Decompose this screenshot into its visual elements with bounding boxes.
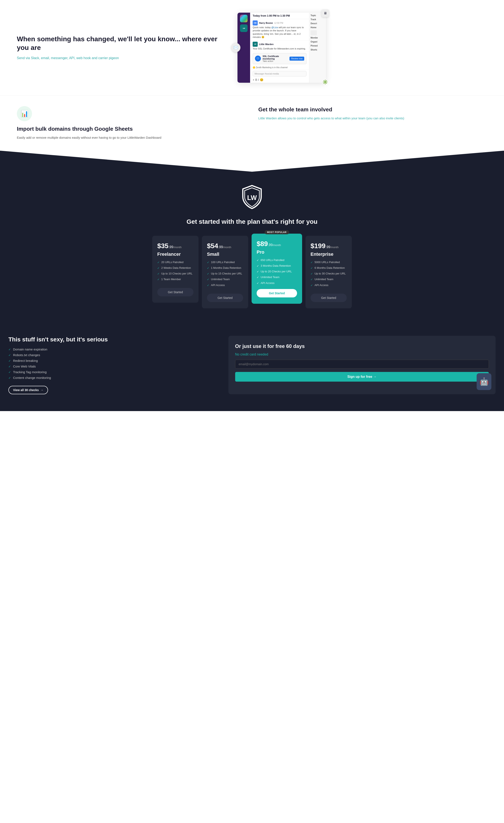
check-list-icon-3: ✓ (8, 359, 11, 362)
shortcuts-label: Shortc (311, 49, 325, 51)
dark-section: LW Get started with the plan that's righ… (0, 151, 504, 411)
pinned-label: Pinned (311, 45, 325, 47)
enterprise-cta-button[interactable]: Get Started (311, 294, 347, 302)
features-section: 📊 Import bulk domains through Google She… (0, 95, 504, 151)
lw-app-icon: LW (240, 24, 247, 32)
enterprise-price-row: $199.99/month (311, 242, 347, 250)
slack-zenith-text: 🟡 Zenith Marketing is in this channel (250, 65, 309, 70)
check-item-3-text: Redirect breaking (13, 359, 38, 362)
view-all-label: View all 30 checks (13, 388, 39, 392)
check-icon-p1: ✓ (257, 259, 259, 262)
shield-svg: LW (240, 184, 264, 210)
pro-feature-5: ✓API Access (257, 281, 297, 285)
team-title: Get the whole team involved (258, 106, 487, 113)
pro-plan-name: Pro (257, 250, 297, 255)
lw-text: Your SSL Certificate for littlewarden.co… (253, 47, 307, 50)
check-list-icon-4: ✓ (8, 365, 11, 368)
plus-icon: + (253, 78, 254, 81)
track-label: Track (311, 18, 325, 21)
pro-price-main: $89 (257, 240, 268, 248)
enterprise-feature-3: ✓Up to 30 Checks per URL (311, 272, 347, 276)
check-list-icon-1: ✓ (8, 348, 11, 351)
bold-icon: B (255, 78, 257, 81)
check-list-icon-5: ✓ (8, 370, 11, 374)
notifications-text: When something has changed, we'll let yo… (17, 35, 225, 60)
email-input[interactable] (235, 360, 489, 368)
check-list-icon-6: ✓ (8, 376, 11, 379)
check-icon-p3: ✓ (257, 270, 259, 274)
check-icon-1: ✓ (157, 261, 160, 265)
check-item-4-text: Core Web Vitals (13, 364, 36, 368)
checks-list: ✓Domain name expiration ✓Robots.txt chan… (8, 347, 220, 379)
small-features: ✓100 URLs Patrolled ✓1 Months Data Reten… (207, 261, 243, 287)
slack-msg-harry-header: HB Harry Boone 12:58 PM (253, 20, 307, 25)
pro-price-cents: .99 (268, 243, 273, 247)
freelancer-price-cents: .99 (168, 245, 173, 249)
view-all-button[interactable]: View all 30 checks → (8, 386, 48, 394)
bottom-section: This stuff isn't sexy, but it's serious … (0, 323, 504, 411)
signup-button[interactable]: Sign up for free → (235, 372, 489, 382)
small-price-row: $54.99/month (207, 242, 243, 250)
check-item-5-text: Tracking Tag monitoring (13, 370, 46, 374)
freelancer-cta-button[interactable]: Get Started (157, 288, 193, 296)
import-feature: 📊 Import bulk domains through Google She… (17, 106, 246, 140)
freelancer-price-main: $35 (157, 242, 168, 250)
freelancer-plan-name: Freelancer (157, 252, 193, 257)
logo-area: LW (0, 172, 504, 218)
italic-icon: I (258, 78, 259, 81)
harry-time: 12:58 PM (274, 22, 283, 24)
plan-freelancer: $35.99/month Freelancer ✓20 URLs Patroll… (152, 236, 198, 303)
lw-avatar: LW (253, 42, 258, 47)
slack-msg-harry: HB Harry Boone 12:58 PM Quick note: toda… (250, 19, 309, 40)
check-item-5: ✓Tracking Tag monitoring (8, 370, 220, 374)
enterprise-price-cents: .99 (325, 245, 330, 249)
pro-features: ✓650 URLs Patrolled ✓3 Months Data Reten… (257, 258, 297, 285)
check-icon-s5: ✓ (207, 284, 209, 287)
import-desc: Easily add or remove multiple domains ea… (17, 135, 246, 140)
bottom-right: Or just use it for free 60 days No credi… (228, 336, 496, 394)
check-item-1: ✓Domain name expiration (8, 347, 220, 351)
pricing-cards: $35.99/month Freelancer ✓20 URLs Patroll… (0, 233, 504, 323)
team-desc: Little Warden allows you to control who … (258, 116, 487, 121)
small-cta-button[interactable]: Get Started (207, 294, 243, 302)
freelancer-feature-1: ✓20 URLs Patrolled (157, 261, 193, 265)
plan-enterprise: $199.99/month Enterprise ✓5000 URLs Patr… (306, 236, 352, 308)
plan-small: $54.99/month Small ✓100 URLs Patrolled ✓… (202, 236, 248, 308)
enterprise-price-main: $199 (311, 242, 325, 250)
pricing-heading: Get started with the plan that's right f… (0, 218, 504, 233)
pro-price-period: /month (273, 243, 281, 247)
sheets-icon: 📊 (17, 106, 32, 121)
check-icon-e2: ✓ (311, 266, 313, 270)
enterprise-feature-2: ✓6 Months Data Retention (311, 266, 347, 270)
enterprise-feature-1: ✓5000 URLs Patrolled (311, 261, 347, 265)
check-item-4: ✓Core Web Vitals (8, 364, 220, 368)
small-feature-4: ✓Unlimited Team (207, 278, 243, 282)
slack-header-title: Today from 1:00 PM to 1:30 PM (253, 14, 307, 17)
pro-feature-4: ✓Unlimited Team (257, 275, 297, 279)
bottom-left-title: This stuff isn't sexy, but it's serious (8, 336, 220, 343)
small-plan-name: Small (207, 252, 243, 257)
harry-avatar: HB (253, 20, 258, 25)
pro-cta-button[interactable]: Get Started (257, 289, 297, 297)
chevron-divider (0, 151, 504, 172)
slack-mockup: LW Today from 1:00 PM to 1:30 PM HB Harr… (237, 13, 326, 83)
slack-app-icon (240, 15, 247, 22)
check-item-6: ✓Content change monitoring (8, 376, 220, 379)
plan-pro: MOST POPULAR $89.99/month Pro ✓650 URLs … (251, 233, 302, 304)
pro-feature-1: ✓650 URLs Patrolled (257, 258, 297, 262)
enterprise-features: ✓5000 URLs Patrolled ✓6 Months Data Rete… (311, 261, 347, 287)
slack-message-input[interactable]: Message #social-media (253, 71, 307, 76)
sheets-emoji: 📊 (21, 110, 28, 117)
freelancer-feature-3: ✓Up to 10 Checks per URL (157, 272, 193, 276)
signup-label: Sign up for free → (347, 375, 377, 379)
ssl-review-button[interactable]: Review now (290, 57, 304, 60)
check-icon-s3: ✓ (207, 272, 209, 276)
logo-shield: LW (240, 184, 264, 210)
right-title: Or just use it for free 60 days (235, 343, 489, 349)
pro-price-row: $89.99/month (257, 240, 297, 248)
small-price-cents: .99 (218, 245, 223, 249)
harry-text: Quick note: today @Liza will join our te… (253, 26, 307, 39)
most-popular-badge: MOST POPULAR (265, 230, 289, 234)
check-icon-p5: ✓ (257, 282, 259, 285)
small-feature-5: ✓API Access (207, 283, 243, 287)
